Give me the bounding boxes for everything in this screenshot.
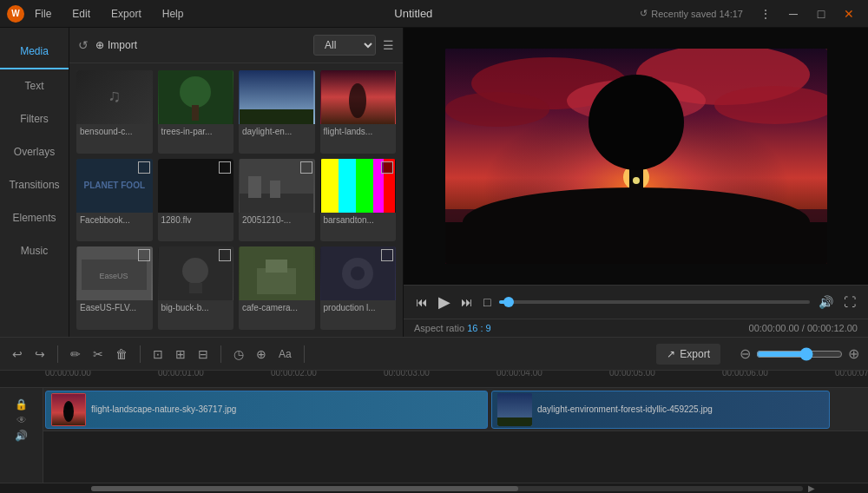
media-filter-select[interactable]: All Video Audio Image — [313, 35, 376, 56]
preview-controls: ⏮ ▶ ⏭ □ 🔊 ⛶ — [404, 285, 868, 319]
track-lock-button[interactable]: 🔒 — [15, 398, 28, 411]
media-thumb — [239, 246, 315, 300]
progress-bar[interactable] — [499, 300, 810, 304]
menu-file[interactable]: File — [31, 6, 55, 22]
media-item-label: big-buck-b... — [158, 300, 234, 315]
svg-rect-3 — [192, 105, 199, 121]
crop-button[interactable]: □ — [482, 293, 492, 311]
import-button[interactable]: ⊕ Import — [95, 39, 137, 51]
track-area[interactable]: flight-landscape-nature-sky-36717.jpg da… — [43, 388, 868, 483]
timeline-clip[interactable]: flight-landscape-nature-sky-36717.jpg — [45, 391, 488, 429]
clip-label: daylight-environment-forest-idyllic-4592… — [537, 404, 713, 414]
prev-frame-button[interactable]: ⏮ — [414, 293, 430, 311]
track-eye-button[interactable]: 👁 — [16, 414, 27, 426]
preview-area: ⏮ ▶ ⏭ □ 🔊 ⛶ Aspect ratio 16 : 9 00:00:00… — [404, 28, 868, 337]
zoom-slider[interactable] — [756, 347, 843, 361]
svg-point-47 — [65, 403, 72, 410]
media-item[interactable]: ♫ bensound-c... — [76, 70, 153, 154]
separator — [304, 345, 305, 363]
media-item[interactable]: production l... — [320, 246, 397, 330]
menu-bar: File Edit Export Help — [31, 6, 187, 22]
edit-button[interactable]: ✏ — [67, 344, 84, 365]
media-grid: ♫ bensound-c... trees-in-par... daylight… — [69, 63, 403, 337]
snap-button[interactable]: ⊟ — [194, 344, 212, 365]
import-label: Import — [108, 39, 137, 51]
win-menu-btn[interactable]: ⋮ — [753, 4, 778, 23]
window-controls: ⋮ ─ □ ✕ — [753, 4, 861, 23]
menu-export[interactable]: Export — [108, 6, 145, 22]
media-item-label: trees-in-par... — [158, 124, 234, 139]
media-item-label: cafe-camera... — [239, 300, 315, 315]
tab-media[interactable]: Media — [0, 35, 69, 69]
fullscreen-button[interactable]: ⛶ — [842, 293, 858, 311]
timeline-clip[interactable]: daylight-environment-forest-idyllic-4592… — [491, 391, 830, 429]
zoom-controls: ⊖ ⊕ — [740, 345, 859, 362]
scroll-right-icon[interactable]: ▶ — [808, 483, 815, 493]
app-icon: W — [7, 5, 24, 23]
media-thumb: PLANET FOOL — [76, 159, 153, 213]
redo-button[interactable]: ↪ — [31, 344, 49, 365]
media-item[interactable]: 1280.flv — [158, 159, 234, 242]
media-thumb — [239, 159, 315, 213]
text-button[interactable]: Aa — [275, 345, 295, 364]
media-item[interactable]: flight-lands... — [320, 70, 397, 154]
win-maximize-btn[interactable]: □ — [809, 4, 833, 23]
video-preview-frame — [445, 49, 827, 264]
list-view-button[interactable]: ☰ — [383, 38, 394, 52]
ruler-mark: 00:00:00.00 — [43, 371, 156, 385]
timeline-scroll-track[interactable] — [91, 486, 803, 491]
tab-text[interactable]: Text — [0, 69, 69, 102]
tab-elements[interactable]: Elements — [0, 201, 69, 234]
win-close-btn[interactable]: ✕ — [837, 4, 861, 23]
time-display: 00:00:00.00 / 00:00:12.00 — [749, 323, 858, 333]
play-button[interactable]: ▶ — [437, 291, 452, 313]
grid-button[interactable]: ⊞ — [172, 344, 189, 365]
track-mute-button[interactable]: 🔊 — [15, 430, 28, 442]
add-button[interactable]: ⊕ — [253, 344, 270, 365]
zoom-in-icon[interactable]: ⊕ — [848, 345, 859, 362]
tab-overlays[interactable]: Overlays — [0, 135, 69, 168]
progress-knob[interactable] — [503, 297, 514, 307]
win-minimize-btn[interactable]: ─ — [781, 4, 806, 23]
clip-thumbnail — [51, 393, 86, 426]
media-item[interactable]: trees-in-par... — [158, 70, 234, 154]
preview-video — [404, 28, 868, 285]
menu-help[interactable]: Help — [159, 6, 187, 22]
media-item[interactable]: barsandton... — [320, 159, 397, 242]
cut-button[interactable]: ✂ — [89, 344, 107, 365]
tab-filters[interactable]: Filters — [0, 102, 69, 135]
svg-rect-49 — [497, 417, 532, 426]
menu-edit[interactable]: Edit — [69, 6, 94, 22]
media-item[interactable]: cafe-camera... — [239, 246, 315, 330]
media-item[interactable]: big-buck-b... — [158, 246, 234, 330]
volume-button[interactable]: 🔊 — [817, 293, 835, 311]
tab-music[interactable]: Music — [0, 234, 69, 267]
timeline-scrollbar: ▶ — [0, 483, 868, 493]
zoom-out-icon[interactable]: ⊖ — [740, 345, 751, 362]
ruler-mark: 00:00:04.00 — [495, 371, 608, 385]
media-item[interactable]: daylight-en... — [239, 70, 315, 154]
media-thumb — [158, 246, 234, 300]
undo-button[interactable]: ↩ — [9, 344, 26, 365]
crop-tool[interactable]: ⊡ — [149, 344, 167, 365]
media-item-label: daylight-en... — [239, 124, 315, 139]
timeline-tracks: 🔒 👁 🔊 flight-landscape-nature-sky-36717.… — [0, 388, 868, 483]
media-item[interactable]: PLANET FOOL Facebbook... — [76, 159, 153, 242]
media-item-label: barsandton... — [320, 213, 397, 227]
media-item[interactable]: 20051210-... — [239, 159, 315, 242]
svg-rect-11 — [270, 181, 280, 198]
media-item[interactable]: EaseUS EaseUS-FLV... — [76, 246, 153, 330]
video-track: flight-landscape-nature-sky-36717.jpg da… — [43, 388, 868, 431]
svg-rect-22 — [189, 283, 202, 293]
import-icon: ⊕ — [95, 39, 104, 51]
separator — [220, 345, 221, 363]
ruler-mark: 00:00:02.00 — [269, 371, 382, 385]
export-button[interactable]: ↗ Export — [656, 344, 720, 365]
next-frame-button[interactable]: ⏭ — [459, 293, 475, 311]
timeline-area: ↩ ↪ ✏ ✂ 🗑 ⊡ ⊞ ⊟ ◷ ⊕ Aa ↗ Export ⊖ ⊕ 00:0… — [0, 337, 868, 493]
tab-transitions[interactable]: Transitions — [0, 168, 69, 201]
separator — [57, 345, 58, 363]
delete-button[interactable]: 🗑 — [112, 344, 131, 365]
svg-rect-13 — [339, 159, 356, 213]
timer-button[interactable]: ◷ — [230, 344, 247, 365]
